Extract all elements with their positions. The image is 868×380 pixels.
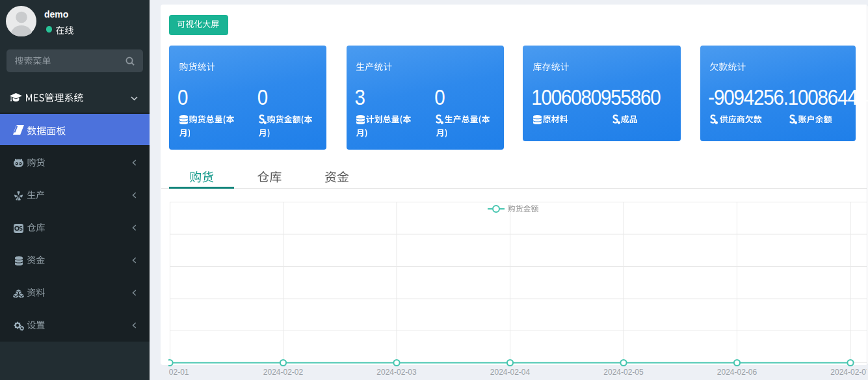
svg-text:2024-02-03: 2024-02-03 — [376, 368, 417, 377]
svg-text:2024-02-07: 2024-02-07 — [830, 368, 867, 377]
svg-text:2024-02-06: 2024-02-06 — [717, 368, 757, 377]
svg-text:2024-02-04: 2024-02-04 — [490, 368, 531, 377]
svg-text:2024-02-02: 2024-02-02 — [263, 368, 304, 377]
svg-text:2024-02-05: 2024-02-05 — [603, 368, 644, 377]
svg-text:02-01: 02-01 — [169, 368, 189, 377]
